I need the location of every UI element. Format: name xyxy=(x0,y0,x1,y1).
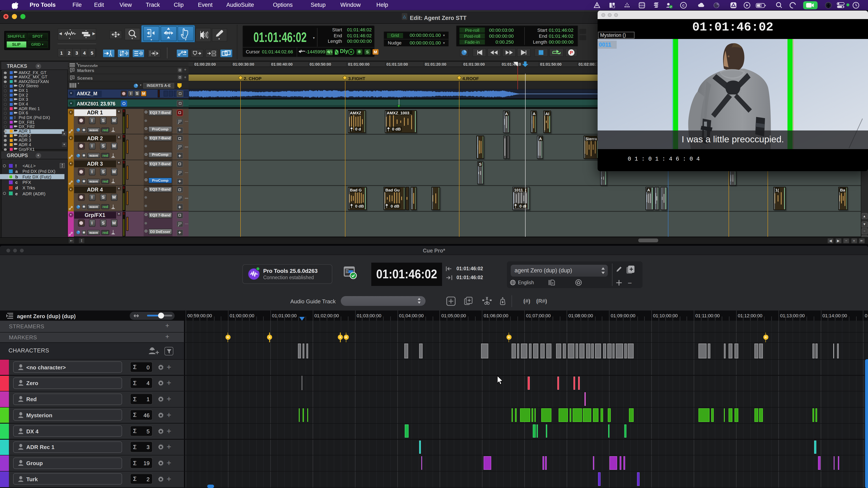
svg-text:P: P xyxy=(570,50,573,55)
svg-text:C: C xyxy=(682,3,685,7)
